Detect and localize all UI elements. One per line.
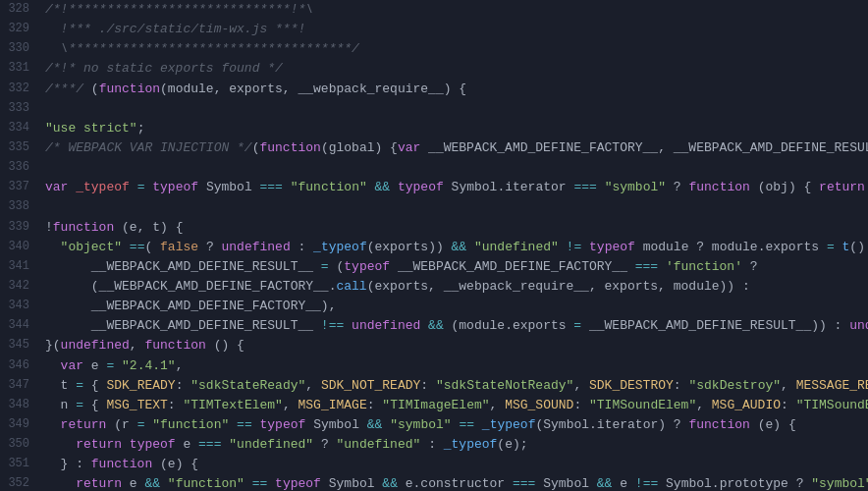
op-token: === bbox=[198, 437, 221, 452]
plain-token: { bbox=[83, 398, 106, 412]
plain-token: (module, exports, __webpack_require__) { bbox=[160, 82, 466, 96]
plain-token: } : bbox=[45, 457, 91, 471]
plain-token: , bbox=[490, 398, 506, 412]
plain-token: __WEBPACK_AMD_DEFINE_RESULT__ bbox=[45, 259, 321, 274]
plain-token: e.constructor bbox=[398, 476, 513, 491]
keyword-token: return bbox=[819, 180, 865, 194]
plain-token: ? bbox=[313, 437, 336, 452]
line-content: /***/ (function(module, exports, __webpa… bbox=[41, 80, 868, 99]
fn-token: call bbox=[336, 279, 366, 294]
line-content: __WEBPACK_AMD_DEFINE_FACTORY__), bbox=[41, 297, 868, 316]
line-content: var _typeof = typeof Symbol === "functio… bbox=[41, 178, 868, 197]
op-token: == bbox=[237, 417, 252, 432]
table-row: 352 return e && "function" == typeof Sym… bbox=[0, 474, 868, 491]
keyword-token: var bbox=[61, 358, 83, 373]
plain-token bbox=[597, 180, 605, 194]
line-number: 331 bbox=[0, 59, 41, 79]
op-token: === bbox=[635, 259, 658, 274]
plain-token: Symbol bbox=[305, 417, 366, 432]
plain-token: (e) { bbox=[152, 457, 198, 471]
keyword-token: typeof bbox=[152, 180, 198, 194]
line-content: !*** ./src/static/tim-wx.js ***! bbox=[41, 20, 868, 39]
op-token: && bbox=[367, 417, 383, 432]
line-content bbox=[41, 158, 868, 178]
plain-token: __WEBPACK_AMD_DEFINE_FACTORY__), bbox=[45, 299, 336, 313]
line-content: (__WEBPACK_AMD_DEFINE_FACTORY__.call(exp… bbox=[41, 277, 868, 297]
plain-token: Symbol bbox=[198, 180, 259, 194]
keyword-token: function bbox=[91, 457, 152, 471]
bool-token: false bbox=[160, 240, 198, 254]
plain-token: , bbox=[283, 398, 298, 412]
plain-token: ( bbox=[144, 240, 160, 254]
op-token: = bbox=[76, 398, 83, 412]
plain-token bbox=[420, 318, 428, 333]
plain-token bbox=[45, 476, 76, 491]
prop-token: MSG_TEXT bbox=[106, 398, 167, 412]
keyword-token: function bbox=[53, 220, 114, 235]
plain-token: (exports, __webpack_require__, exports, … bbox=[367, 279, 750, 294]
table-row: 342 (__WEBPACK_AMD_DEFINE_FACTORY__.call… bbox=[0, 277, 868, 297]
plain-token bbox=[390, 180, 398, 194]
punct-token: ( bbox=[91, 82, 99, 96]
plain-token: ; bbox=[137, 121, 145, 136]
plain-token: Symbol bbox=[321, 476, 382, 491]
comment-token: \*************************************/ bbox=[45, 41, 359, 56]
plain-token bbox=[466, 240, 474, 254]
keyword-token: typeof bbox=[344, 259, 390, 274]
line-content bbox=[41, 99, 868, 119]
plain-token: ( bbox=[329, 259, 345, 274]
line-content: return e && "function" == typeof Symbol … bbox=[41, 474, 868, 491]
line-number: 343 bbox=[0, 297, 41, 316]
string-token: "TIMTextElem" bbox=[183, 398, 282, 412]
string-token: "sdkStateReady" bbox=[190, 378, 305, 393]
line-number: 347 bbox=[0, 376, 41, 396]
prop-token: SDK_READY bbox=[106, 378, 175, 393]
plain-token bbox=[244, 476, 252, 491]
table-row: 339!function (e, t) { bbox=[0, 218, 868, 238]
keyword-token: typeof bbox=[275, 476, 321, 491]
table-row: 344 __WEBPACK_AMD_DEFINE_RESULT__ !== un… bbox=[0, 316, 868, 336]
string-token: "undefined" bbox=[474, 240, 559, 254]
plain-token bbox=[122, 240, 130, 254]
line-number: 332 bbox=[0, 80, 41, 99]
plain-token: { bbox=[83, 378, 106, 393]
keyword-token: undefined bbox=[221, 240, 290, 254]
plain-token: (obj) { bbox=[750, 180, 819, 194]
table-row: 335/* WEBPACK VAR INJECTION */(function(… bbox=[0, 138, 868, 158]
fn-token: _typeof bbox=[482, 417, 536, 432]
plain-token: , bbox=[305, 378, 321, 393]
plain-token bbox=[45, 358, 61, 373]
line-content: var e = "2.4.1", bbox=[41, 356, 868, 376]
string-token: "sdkStateNotReady" bbox=[436, 378, 573, 393]
line-number: 349 bbox=[0, 415, 41, 435]
line-number: 328 bbox=[0, 0, 41, 20]
string-token: "use strict" bbox=[45, 121, 137, 136]
op-token: !== bbox=[321, 318, 344, 333]
plain-token: Symbol.iterator bbox=[444, 180, 574, 194]
plain-token: (exports)) bbox=[367, 240, 452, 254]
table-row: 343 __WEBPACK_AMD_DEFINE_FACTORY__), bbox=[0, 297, 868, 316]
plain-token: : bbox=[367, 398, 383, 412]
table-row: 333 bbox=[0, 99, 868, 119]
line-content: /*!* no static exports found */ bbox=[41, 59, 868, 79]
plain-token: (r bbox=[106, 417, 136, 432]
plain-token bbox=[835, 240, 842, 254]
string-token: "symbol" bbox=[390, 417, 451, 432]
line-number: 339 bbox=[0, 218, 41, 238]
plain-token: , bbox=[781, 378, 796, 393]
line-content: } : function (e) { bbox=[41, 455, 868, 474]
string-token: "sdkDestroy" bbox=[688, 378, 781, 393]
plain-token bbox=[559, 240, 567, 254]
table-row: 340 "object" ==( false ? undefined : _ty… bbox=[0, 238, 868, 257]
table-row: 338 bbox=[0, 197, 868, 217]
plain-token: (e) { bbox=[750, 417, 796, 432]
table-row: 351 } : function (e) { bbox=[0, 455, 868, 474]
fn-token: _typeof bbox=[313, 240, 367, 254]
plain-token: , bbox=[696, 398, 712, 412]
keyword-token: undefined bbox=[352, 318, 420, 333]
plain-token: n bbox=[45, 398, 76, 412]
plain-token bbox=[114, 358, 122, 373]
table-row: 345}(undefined, function () { bbox=[0, 336, 868, 355]
op-token: == bbox=[130, 240, 145, 254]
plain-token: t bbox=[45, 378, 76, 393]
